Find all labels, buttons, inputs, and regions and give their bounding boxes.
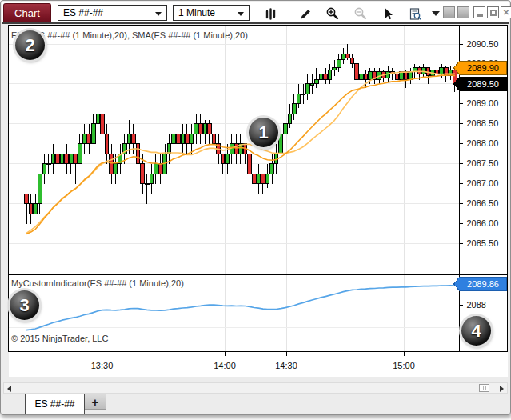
svg-text:2086.50: 2086.50	[467, 198, 499, 208]
callout-bubble-3: 3	[10, 290, 39, 320]
horizontal-scrollbar	[3, 382, 508, 394]
add-tab-button[interactable]: +	[85, 394, 106, 410]
indicator-panel-label: MyCustomIndicator(ES ##-## (1 Minute),20…	[11, 278, 184, 288]
svg-text:2085.50: 2085.50	[467, 238, 499, 248]
svg-text:2089.90: 2089.90	[467, 63, 499, 73]
svg-text:2087.50: 2087.50	[467, 158, 499, 168]
scrollbar-thumb[interactable]	[479, 384, 489, 392]
callout-bubble-1: 1	[249, 118, 278, 147]
svg-text:15:00: 15:00	[393, 361, 415, 370]
svg-text:2088.50: 2088.50	[467, 118, 499, 128]
price-tag-2089.86: 2089.86	[454, 277, 507, 290]
chart-canvas[interactable]: 2090.502090.002089.502089.002088.502088.…	[1, 1, 511, 420]
svg-text:13:30: 13:30	[91, 361, 114, 370]
tab-es-instrument[interactable]: ES ##-##	[25, 394, 85, 414]
svg-text:14:30: 14:30	[275, 361, 297, 370]
copyright-label: © 2015 NinjaTrader, LLC	[11, 334, 108, 343]
chart-window: Chart ES ##-## 1 Minute	[0, 0, 511, 415]
callout-bubble-2: 2	[15, 30, 45, 60]
svg-text:14:00: 14:00	[214, 361, 236, 370]
svg-text:2090.50: 2090.50	[467, 39, 499, 49]
scroll-left-arrow-icon[interactable]	[7, 386, 11, 392]
svg-text:2089.50: 2089.50	[467, 79, 499, 89]
scroll-right-arrow-icon[interactable]	[500, 386, 504, 392]
workspace-tab-row: ES ##-## +	[1, 394, 510, 416]
svg-text:2089.86: 2089.86	[467, 279, 499, 289]
price-tag-2089.90: 2089.90	[454, 61, 507, 74]
svg-text:2087.00: 2087.00	[467, 178, 499, 188]
svg-text:2089.00: 2089.00	[467, 98, 499, 108]
svg-text:2088: 2088	[467, 300, 486, 310]
callout-bubble-4: 4	[461, 316, 491, 346]
svg-text:2088.00: 2088.00	[467, 138, 499, 148]
svg-text:2086.00: 2086.00	[467, 218, 499, 228]
main-panel-label: EMA(ES ##-## (1 Minute),20), SMA(ES ##-#…	[11, 30, 248, 40]
price-tag-2089.50: 2089.50	[454, 77, 507, 90]
